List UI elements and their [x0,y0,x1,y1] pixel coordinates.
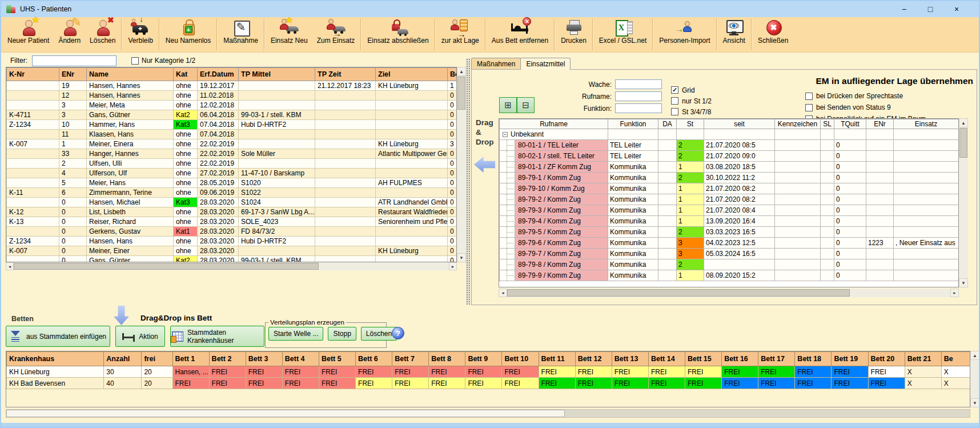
tab-einsatzmittel[interactable]: Einsatzmittel [520,58,571,70]
st-3-4-7-8-checkbox[interactable] [671,108,678,115]
patient-row[interactable]: K-116Zimmermann, Terineohne09.06.2019S10… [7,188,457,198]
patient-row[interactable]: 5Meier, Hansohne28.05.2019S1020AH FULPME… [7,178,457,188]
bed-cell[interactable]: FREI [722,378,758,389]
bed-cell[interactable]: FREI [282,378,319,389]
patient-row[interactable]: Z-123410Hammer, HansKat307.04.2018Hubi D… [7,120,457,130]
column-header-bett-18[interactable]: Bett 18 [795,352,832,366]
toolbar-button-schliessen[interactable]: Schließen [753,17,793,52]
column-header-bett-8[interactable]: Bett 8 [429,352,465,366]
column-header-enr[interactable]: ENr [59,68,87,81]
column-header-tp-mittel[interactable]: TP Mittel [239,68,315,81]
em-row[interactable]: 89-79-10 / Komm ZugKommunika121.07.2020 … [500,183,959,194]
bed-cell[interactable]: FREI [392,378,429,389]
bed-cell[interactable]: FREI [246,366,282,378]
scroll-down-icon[interactable]: ▼ [457,253,466,262]
bed-cell[interactable]: FREI [319,378,355,389]
patient-row[interactable]: 3Meier, Metaohne12.02.20180 [7,101,457,110]
bottom-hscrollbar[interactable] [6,409,970,418]
bed-cell[interactable]: FREI [209,378,246,389]
tab-massnahmen[interactable]: Maßnahmen [471,58,521,69]
rufname-input[interactable] [615,91,662,101]
patient-row[interactable]: 0Gerkens, GustavKat128.03.2020FD 84/73/2… [7,227,457,237]
bed-cell[interactable]: FREI [868,366,905,378]
bed-cell[interactable]: FREI [172,378,209,389]
toolbar-button-aus-bett-entfernen[interactable]: Aus Bett entfernen [487,17,553,52]
column-header-frei[interactable]: frei [142,352,172,366]
toolbar-button-zur-akt-lage[interactable]: zur akt Lage [437,17,484,52]
column-header-st[interactable]: St [677,119,704,129]
em-row[interactable]: 89-79-2 / Komm ZugKommunika121.07.2020 0… [500,194,959,205]
toolbar-button-loeschen[interactable]: Löschen [85,17,120,52]
scroll-up-icon[interactable]: ▲ [970,351,979,360]
scroll-left-icon[interactable]: ◄ [6,262,14,270]
hospital-row[interactable]: KH Lüneburg3020Hansen, ...FREIFREIFREIFR… [7,366,971,378]
patient-row[interactable]: 4Ulferson, Ulfohne27.02.201911-47-10 / B… [7,169,457,178]
patients-vscrollbar[interactable]: ▲ ▼ [457,67,466,262]
em-row[interactable]: 89-79-8 / Komm ZugKommunika20 [500,259,959,270]
column-header-enr[interactable]: ENr [866,119,894,129]
scroll-right-icon[interactable]: ► [449,262,457,270]
close-button[interactable]: × [943,2,970,17]
starte-welle-button[interactable]: Starte Welle ... [268,327,323,341]
column-header-bett-9[interactable]: Bett 9 [465,352,502,366]
em-row[interactable]: 89-01-1 / ZF Komm ZugKommunika103.08.202… [500,162,959,173]
bed-cell[interactable]: FREI [795,378,832,389]
bei-senden-von-status-9-checkbox[interactable] [805,104,813,111]
column-header-bett-3[interactable]: Bett 3 [246,352,282,366]
em-vscrollbar[interactable]: ▲ ▼ [959,118,968,287]
bed-cell[interactable]: X [941,366,970,378]
column-header-bett-7[interactable]: Bett 7 [392,352,429,366]
bed-cell[interactable]: FREI [758,366,795,378]
column-header-bett-20[interactable]: Bett 20 [868,352,905,366]
column-header-funktion[interactable]: Funktion [608,119,658,129]
stopp-button[interactable]: Stopp [328,327,356,341]
patients-hscrollbar[interactable]: ◄ ► [6,262,457,270]
toolbar-button-einsatz-neu[interactable]: Einsatz Neu [266,17,312,52]
toolbar-button-neu-namenlos[interactable]: Neu Namenlos [161,17,215,52]
wache-input[interactable] [615,79,662,89]
filter-input[interactable] [32,55,117,66]
bed-cell[interactable]: FREI [392,366,429,378]
stammdaten-krankenhaeuser-button[interactable]: Stammdaten Krankenhäuser [170,326,264,347]
column-header-tquitt[interactable]: TQuitt [834,119,866,129]
scroll-thumb[interactable] [14,263,319,270]
scroll-thumb[interactable] [959,128,967,158]
bed-cell[interactable]: FREI [758,378,795,389]
bed-cell[interactable]: FREI [575,366,612,378]
aktion-button[interactable]: Aktion [115,326,165,347]
bed-cell[interactable]: X [905,366,941,378]
toolbar-button-neuer-patient[interactable]: Neuer Patient [3,17,54,52]
splitter-handle[interactable] [466,58,470,305]
bed-cell[interactable]: FREI [648,378,685,389]
column-header-kennzeichen[interactable]: Kennzeichen [775,119,821,129]
bed-cell[interactable]: FREI [832,366,868,378]
column-header-bett-16[interactable]: Bett 16 [722,352,758,366]
patient-row[interactable]: 19Hansen, Hannesohne19.12.201721.12.2017… [7,81,457,91]
em-row[interactable]: 89-79-6 / Komm ZugKommunika304.02.2023 1… [500,238,959,249]
column-header-bett-1[interactable]: Bett 1 [172,352,209,366]
help-button[interactable]: ? [392,327,404,339]
patient-row[interactable]: 0Hansen, MichaelKat328.03.2020S1024ATR L… [7,198,457,207]
bed-cell[interactable]: FREI [685,378,722,389]
column-header-bett-12[interactable]: Bett 12 [575,352,612,366]
column-header-sl[interactable]: SL [821,119,834,129]
bed-cell[interactable]: X [941,378,970,389]
patient-row[interactable]: 11Klaasen, Hansohne07.04.20180 [7,130,457,139]
bed-cell[interactable]: FREI [648,366,685,378]
bed-cell[interactable]: FREI [356,378,392,389]
patient-row[interactable]: K-120List, Lisbethohne28.03.202069-17-3 … [7,207,457,217]
toolbar-button-drucken[interactable]: Drucken [556,17,591,52]
em-row[interactable]: 89-79-1 / Komm ZugKommunika230.10.2022 1… [500,173,959,183]
bed-cell[interactable]: X [905,378,941,389]
patient-row[interactable]: 2Ulfsen, Ulliohne22.02.20190 [7,159,457,169]
patient-row[interactable]: Z-12340Hansen, Hansohne28.03.2020Hubi D-… [7,237,457,246]
toolbar-button-personen-import[interactable]: Personen-Import [654,17,714,52]
nur-kategorie-checkbox[interactable] [131,57,139,65]
maximize-button[interactable]: □ [917,2,943,17]
em-row[interactable]: 89-79-7 / Komm ZugKommunika305.03.2024 1… [500,249,959,259]
scroll-right-icon[interactable]: ► [950,289,959,297]
bed-cell[interactable]: FREI [429,366,465,378]
toolbar-button-ansicht[interactable]: Ansicht [718,17,750,52]
bei-druecken-der-sprechtaste-checkbox[interactable] [805,93,813,100]
bed-cell[interactable]: FREI [246,378,282,389]
